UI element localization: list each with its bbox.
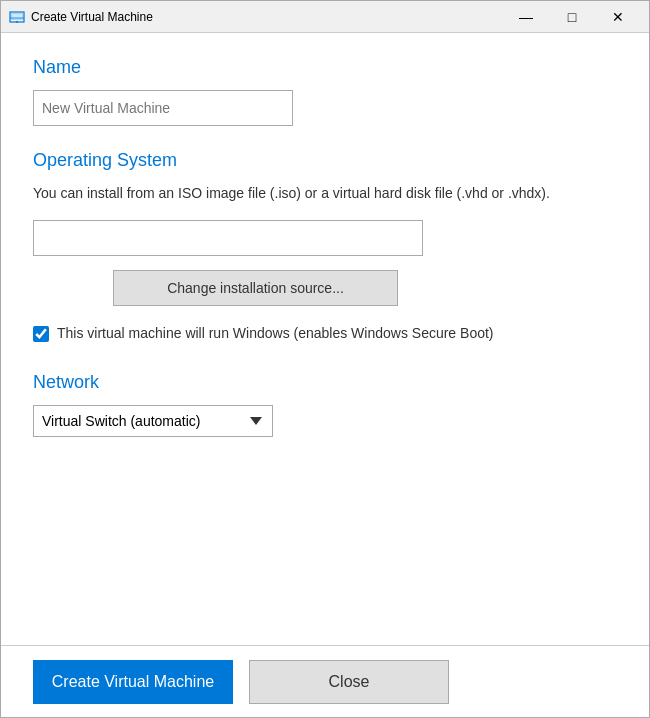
title-bar: Create Virtual Machine — □ ✕ [1,1,649,33]
network-section: Network Virtual Switch (automatic) Defau… [33,372,617,437]
os-label: Operating System [33,150,617,171]
network-label: Network [33,372,617,393]
change-source-button[interactable]: Change installation source... [113,270,398,306]
close-button[interactable]: Close [249,660,449,704]
title-bar-title: Create Virtual Machine [31,10,503,24]
svg-point-4 [16,21,18,23]
window-icon [9,9,25,25]
create-vm-window: Create Virtual Machine — □ ✕ Name Operat… [0,0,650,718]
minimize-button[interactable]: — [503,1,549,33]
network-select[interactable]: Virtual Switch (automatic) Default Switc… [33,405,273,437]
spacer [33,461,617,621]
name-label: Name [33,57,617,78]
maximize-button[interactable]: □ [549,1,595,33]
os-section: Operating System You can install from an… [33,150,617,348]
windows-checkbox[interactable] [33,326,49,342]
windows-checkbox-row: This virtual machine will run Windows (e… [33,324,617,344]
name-input[interactable] [33,90,293,126]
create-vm-button[interactable]: Create Virtual Machine [33,660,233,704]
title-bar-controls: — □ ✕ [503,1,641,33]
footer: Create Virtual Machine Close [1,645,649,717]
dialog-content: Name Operating System You can install fr… [1,33,649,645]
close-window-button[interactable]: ✕ [595,1,641,33]
windows-checkbox-label[interactable]: This virtual machine will run Windows (e… [57,324,494,344]
name-section: Name [33,57,617,126]
os-file-input[interactable] [33,220,423,256]
os-description: You can install from an ISO image file (… [33,183,617,204]
